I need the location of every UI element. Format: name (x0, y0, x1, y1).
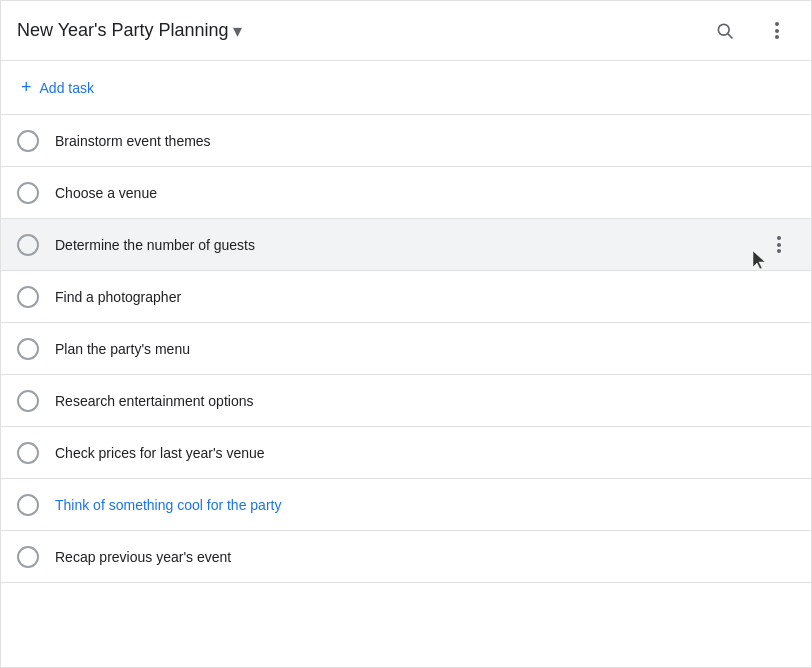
task-checkbox[interactable] (17, 130, 39, 152)
add-task-row: + Add task (1, 61, 811, 115)
more-vert-icon (777, 548, 781, 565)
task-row: Think of something cool for the party (1, 479, 811, 531)
task-row: Recap previous year's event (1, 531, 811, 583)
more-vert-icon (777, 496, 781, 513)
svg-point-0 (718, 24, 729, 35)
task-text: Find a photographer (55, 289, 763, 305)
task-row: Determine the number of guests (1, 219, 811, 271)
header-actions (707, 13, 795, 49)
more-vert-icon (777, 236, 781, 253)
header-left: New Year's Party Planning ▾ (17, 20, 242, 42)
more-vert-icon (777, 392, 781, 409)
task-text: Choose a venue (55, 185, 763, 201)
task-more-button[interactable] (763, 229, 795, 261)
task-text: Check prices for last year's venue (55, 445, 763, 461)
task-text: Brainstorm event themes (55, 133, 763, 149)
task-checkbox[interactable] (17, 286, 39, 308)
task-row: Research entertainment options (1, 375, 811, 427)
task-row: Check prices for last year's venue (1, 427, 811, 479)
svg-line-1 (728, 33, 733, 38)
more-vert-icon (777, 184, 781, 201)
search-icon (715, 21, 735, 41)
chevron-down-icon[interactable]: ▾ (233, 20, 242, 42)
task-text: Research entertainment options (55, 393, 763, 409)
task-row: Brainstorm event themes (1, 115, 811, 167)
task-checkbox[interactable] (17, 338, 39, 360)
plus-icon: + (21, 77, 32, 98)
task-text: Determine the number of guests (55, 237, 763, 253)
task-checkbox[interactable] (17, 546, 39, 568)
task-list: Brainstorm event themesChoose a venue De… (1, 115, 811, 667)
page-title: New Year's Party Planning (17, 20, 229, 41)
task-row: Choose a venue (1, 167, 811, 219)
task-text: Recap previous year's event (55, 549, 763, 565)
more-vert-icon (777, 288, 781, 305)
more-vert-icon (777, 444, 781, 461)
task-row: Find a photographer (1, 271, 811, 323)
more-vert-icon (777, 132, 781, 149)
task-checkbox[interactable] (17, 494, 39, 516)
task-checkbox[interactable] (17, 234, 39, 256)
header: New Year's Party Planning ▾ (1, 1, 811, 61)
task-text: Plan the party's menu (55, 341, 763, 357)
task-checkbox[interactable] (17, 442, 39, 464)
add-task-label: Add task (40, 80, 94, 96)
more-vert-icon (775, 22, 779, 39)
task-checkbox[interactable] (17, 390, 39, 412)
task-row: Plan the party's menu (1, 323, 811, 375)
app-container: New Year's Party Planning ▾ + Add (0, 0, 812, 668)
task-text: Think of something cool for the party (55, 497, 763, 513)
task-checkbox[interactable] (17, 182, 39, 204)
add-task-button[interactable]: + Add task (21, 77, 94, 98)
more-vert-icon (777, 340, 781, 357)
search-button[interactable] (707, 13, 743, 49)
more-options-button[interactable] (759, 13, 795, 49)
